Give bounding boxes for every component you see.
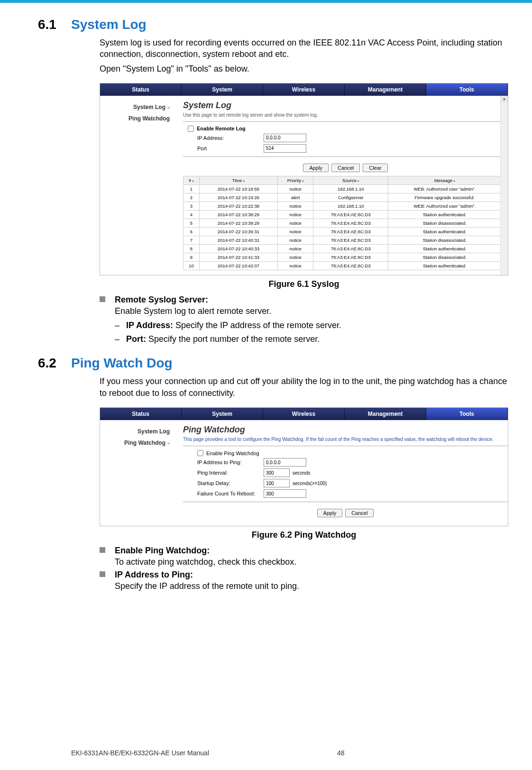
table-cell: notice	[278, 219, 313, 227]
table-cell: 4	[183, 210, 200, 219]
table-cell: 78:A3:E4:AE:8C:D3	[313, 253, 388, 261]
page-footer: EKI-6331AN-BE/EKI-6332GN-AE User Manual …	[71, 749, 508, 757]
section-6-2-paragraph-1: If you mess your connection up and cut o…	[100, 376, 508, 399]
table-cell: 2014-07-22 10:18:55	[199, 184, 277, 193]
enable-remote-log-label: Enable Remote Log	[197, 126, 246, 131]
table-cell: 8	[183, 244, 200, 253]
figure-6-2-screenshot: StatusSystemWirelessManagementTools Syst…	[100, 407, 508, 526]
nav-tab-wireless[interactable]: Wireless	[263, 408, 345, 420]
cancel-button[interactable]: Cancel	[331, 164, 360, 172]
ip-address-input[interactable]	[264, 134, 306, 142]
table-header[interactable]: Message♦	[388, 176, 501, 184]
table-cell: 2014-07-22 10:19:26	[199, 193, 277, 202]
table-cell: Station authenticated.	[388, 210, 501, 219]
form-input[interactable]	[264, 468, 290, 477]
bullet-text: Specify the IP address of the remote uni…	[115, 581, 299, 591]
form-suffix: seconds	[293, 470, 310, 476]
table-header[interactable]: Source♦	[313, 176, 388, 184]
nav-tab-system[interactable]: System	[182, 408, 263, 420]
bullet-title: IP Address to Ping:	[115, 570, 193, 579]
sidebar-item-ping-watchdog[interactable]: Ping Watchdog	[104, 113, 174, 124]
sidebar-item-system-log[interactable]: System Log»	[104, 101, 174, 113]
section-6-1-heading: 6.1 System Log	[71, 17, 508, 32]
apply-button[interactable]: Apply	[317, 509, 343, 517]
table-cell: 2014-07-22 10:40:33	[199, 244, 277, 253]
table-cell: WEB: Authorized user "admin".	[388, 184, 501, 193]
divider	[183, 121, 508, 122]
table-cell: 9	[183, 253, 200, 261]
section-title: System Log	[71, 17, 147, 32]
ip-address-label: IP Address:	[197, 135, 264, 141]
sub-bullet-text: Specify the port number of the remote se…	[146, 334, 320, 344]
form-label: Failure Count To Reboot:	[197, 491, 264, 496]
nav-tab-management[interactable]: Management	[345, 83, 426, 96]
enable-remote-log-checkbox[interactable]	[188, 126, 194, 132]
nav-tab-tools[interactable]: Tools	[426, 83, 508, 96]
table-cell: 2014-07-22 10:39:31	[199, 227, 277, 236]
table-cell: 3	[183, 202, 200, 210]
table-row: 42014-07-22 10:38:29notice78:A3:E4:AE:8C…	[183, 210, 501, 219]
table-row: 92014-07-22 10:41:33notice78:A3:E4:AE:8C…	[183, 253, 501, 261]
fig1-panel-desc: Use this page to set remote log server a…	[183, 112, 508, 118]
nav-tab-tools[interactable]: Tools	[426, 408, 508, 420]
table-cell: Firmware upgrade successful.	[388, 193, 501, 202]
enable-ping-watchdog-checkbox[interactable]	[197, 450, 203, 456]
table-row: 52014-07-22 10:39:29notice78:A3:E4:AE:8C…	[183, 219, 501, 227]
table-cell: 10	[183, 261, 200, 270]
table-row: 22014-07-22 10:19:26alertConfigserverFir…	[183, 193, 501, 202]
table-row: 12014-07-22 10:18:55notice192.168.1.10WE…	[183, 184, 501, 193]
form-input[interactable]	[264, 479, 290, 487]
sidebar-item-ping-watchdog[interactable]: Ping Watchdog»	[104, 437, 174, 449]
apply-button[interactable]: Apply	[303, 164, 329, 172]
form-label: IP Address to Ping:	[197, 459, 264, 465]
table-cell: Station disassociated.	[388, 253, 501, 261]
table-row: 62014-07-22 10:39:31notice78:A3:E4:AE:8C…	[183, 227, 501, 236]
table-header[interactable]: Time♦	[199, 176, 277, 184]
sidebar-item-system-log[interactable]: System Log	[104, 426, 174, 437]
nav-tab-wireless[interactable]: Wireless	[263, 83, 345, 96]
dash-icon: –	[115, 321, 119, 330]
table-cell: Station authenticated.	[388, 261, 501, 270]
manual-name: EKI-6331AN-BE/EKI-6332GN-AE User Manual	[71, 749, 209, 757]
table-header[interactable]: #♦	[183, 176, 200, 184]
table-cell: 2014-07-22 10:22:38	[199, 202, 277, 210]
table-cell: WEB: Authorized user "admin".	[388, 202, 501, 210]
nav-tab-system[interactable]: System	[182, 83, 263, 96]
scrollbar[interactable]: ▲	[500, 96, 508, 275]
table-cell: Station authenticated.	[388, 244, 501, 253]
nav-tab-status[interactable]: Status	[100, 408, 182, 420]
figure-6-2-caption: Figure 6.2 Ping Watchdog	[100, 530, 508, 540]
bullet-text: Enable System log to alert remote server…	[115, 306, 271, 316]
nav-tab-management[interactable]: Management	[345, 408, 426, 420]
page-number: 48	[337, 749, 345, 757]
divider	[183, 156, 508, 157]
table-cell: 78:A3:E4:AE:8C:D3	[313, 244, 388, 253]
table-row: 82014-07-22 10:40:33notice78:A3:E4:AE:8C…	[183, 244, 501, 253]
sub-bullet-label: IP Address:	[126, 321, 173, 330]
form-input[interactable]	[264, 489, 306, 498]
clear-button[interactable]: Clear	[363, 164, 387, 172]
table-cell: 192.168.1.10	[313, 202, 388, 210]
square-bullet-icon	[100, 571, 105, 577]
form-input[interactable]	[264, 458, 306, 467]
table-cell: 2014-07-22 10:42:07	[199, 261, 277, 270]
active-arrow-icon: »	[167, 441, 170, 446]
sub-bullet-ip-address: – IP Address: Specify the IP address of …	[115, 321, 508, 330]
sub-bullet-port: – Port: Specify the port number of the r…	[115, 334, 508, 344]
cancel-button[interactable]: Cancel	[345, 509, 374, 517]
table-cell: Configserver	[313, 193, 388, 202]
table-header[interactable]: Priority♦	[278, 176, 313, 184]
table-cell: 2	[183, 193, 200, 202]
table-cell: notice	[278, 210, 313, 219]
table-row: 102014-07-22 10:42:07notice78:A3:E4:AE:8…	[183, 261, 501, 270]
port-input[interactable]	[264, 144, 306, 153]
sub-bullet-label: Port:	[126, 334, 146, 344]
scroll-up-icon[interactable]: ▲	[501, 96, 508, 102]
table-cell: notice	[278, 184, 313, 193]
enable-ping-watchdog-label: Enable Ping Watchdog	[206, 450, 259, 456]
section-6-1-paragraph-1: System log is used for recording events …	[100, 37, 508, 60]
fig2-panel: Ping Watchdog This page provides a tool …	[178, 420, 508, 526]
table-row: 32014-07-22 10:22:38notice192.168.1.10WE…	[183, 202, 501, 210]
form-suffix: seconds(>=100)	[293, 481, 327, 486]
nav-tab-status[interactable]: Status	[100, 83, 182, 96]
